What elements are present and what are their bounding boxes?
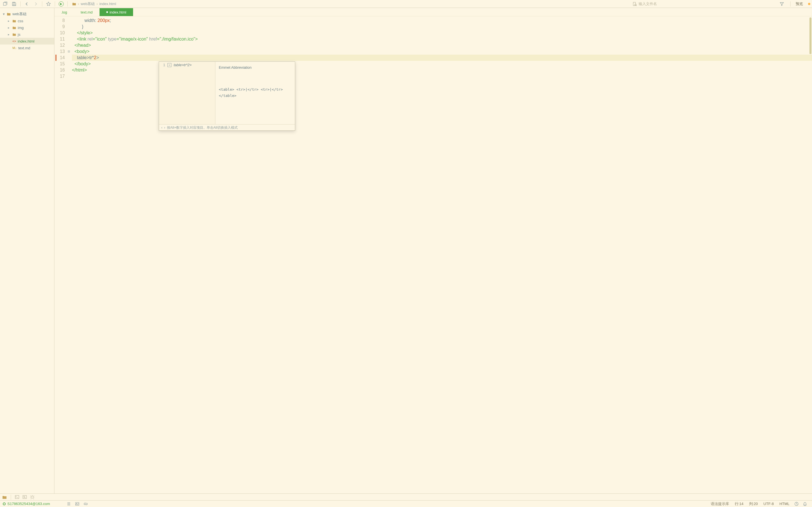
code-editor[interactable]: 891011121314151617 ⊟ width: 200px; } </s… (54, 16, 812, 494)
suggestion-expansion: <table> <tr>|</tr> <tr>|</tr> </table> (219, 87, 291, 99)
chevron-right-icon[interactable]: › (164, 124, 165, 131)
tab-label: text.md (81, 10, 93, 14)
breadcrumb-item[interactable]: web基础 (81, 1, 95, 6)
tab-label: index.html (110, 10, 126, 14)
line-gutter: 891011121314151617 (54, 16, 67, 494)
star-icon[interactable] (45, 1, 52, 7)
status-syntax[interactable]: 语法提示库 (711, 501, 729, 506)
connection-status-icon (3, 503, 6, 505)
editor-tabs: .log text.md index.html (54, 8, 812, 16)
tree-label: index.html (18, 39, 35, 43)
tree-folder-css[interactable]: ▸ css (0, 17, 54, 24)
suggestion-list[interactable]: 1 ≡ table>tr*2> (159, 62, 215, 124)
folder-open-icon[interactable] (2, 495, 7, 499)
file-explorer: ▼ web基础 ▸ css ▸ img ▸ js (0, 8, 54, 494)
terminal-icon[interactable] (15, 495, 19, 499)
svg-rect-2 (13, 2, 15, 3)
main-toolbar: ▶ › web基础 › index.html 预览 (0, 0, 812, 8)
tree-root-folder[interactable]: ▼ web基础 (0, 11, 54, 17)
tree-label: text.md (18, 46, 31, 50)
snippet-icon: ≡ (167, 63, 171, 67)
status-lang[interactable]: HTML (779, 502, 790, 506)
popup-hint: 按Alt+数字插入对应项目。单击Alt切换插入模式 (167, 124, 238, 131)
preview-button[interactable]: 预览 (794, 1, 805, 7)
bottom-toolbar (0, 494, 812, 500)
svg-rect-5 (15, 496, 19, 499)
indent-icon[interactable] (67, 502, 71, 506)
bell-icon[interactable] (803, 502, 807, 506)
filter-icon[interactable] (778, 1, 785, 7)
svg-point-8 (31, 496, 34, 498)
tree-file-text-md[interactable]: M↓ text.md (0, 45, 54, 51)
tree-folder-img[interactable]: ▸ img (0, 24, 54, 31)
svg-rect-0 (3, 3, 6, 5)
popup-footer: ‹ › 按Alt+数字插入对应项目。单击Alt切换插入模式 (159, 124, 295, 130)
breadcrumb-item[interactable]: index.html (100, 2, 116, 6)
modified-indicator (106, 11, 108, 13)
run-button[interactable]: ▶ (58, 1, 64, 7)
suggestion-item[interactable]: 1 ≡ table>tr*2> (159, 62, 215, 68)
nav-back-icon[interactable] (23, 1, 30, 7)
status-line[interactable]: 行:14 (735, 501, 744, 506)
tree-label: img (18, 25, 24, 30)
file-search[interactable] (632, 2, 774, 6)
breadcrumb[interactable]: › web基础 › index.html (72, 1, 116, 6)
tree-file-index-html[interactable]: <> index.html (0, 38, 54, 45)
suggestion-index: 1 (161, 62, 165, 68)
tab-label: .log (61, 10, 67, 14)
status-bar: S17863525434@163.com 语法提示库 行:14 列:20 UTF… (0, 500, 812, 507)
suggestion-title: Emmet Abbreviation (219, 64, 291, 71)
tab-index-html[interactable]: index.html (100, 8, 133, 16)
new-window-icon[interactable] (2, 1, 8, 7)
clock-icon[interactable] (795, 502, 799, 506)
nav-forward-icon[interactable] (33, 1, 39, 7)
suggestion-detail: Emmet Abbreviation <table> <tr>|</tr> <t… (215, 62, 294, 124)
tree-label: js (18, 33, 20, 37)
suggestion-text: table>tr*2> (174, 62, 192, 68)
tree-folder-js[interactable]: ▸ js (0, 31, 54, 38)
svg-rect-1 (13, 4, 15, 6)
tree-label: css (18, 19, 23, 23)
search-file-icon (632, 2, 637, 6)
emmet-suggestion-popup: 1 ≡ table>tr*2> Emmet Abbreviation <tabl… (159, 61, 295, 131)
link-icon[interactable] (84, 502, 88, 506)
tree-label: web基础 (12, 11, 27, 17)
svg-point-7 (24, 496, 25, 497)
image-icon[interactable] (75, 502, 79, 506)
status-user[interactable]: S17863525434@163.com (7, 502, 50, 506)
search-input[interactable] (639, 2, 774, 6)
fold-gutter: ⊟ (67, 16, 71, 494)
tab-log[interactable]: .log (54, 8, 74, 16)
debug-icon[interactable] (30, 495, 35, 499)
vertical-scrollbar[interactable] (809, 17, 811, 54)
chevron-left-icon[interactable]: ‹ (161, 124, 162, 131)
status-encoding[interactable]: UTF-8 (763, 502, 774, 506)
save-icon[interactable] (11, 1, 17, 7)
folder-icon (72, 2, 76, 6)
tab-text-md[interactable]: text.md (74, 8, 100, 16)
status-col[interactable]: 列:20 (749, 501, 758, 506)
search-terminal-icon[interactable] (22, 495, 27, 499)
notification-dot (808, 3, 810, 5)
